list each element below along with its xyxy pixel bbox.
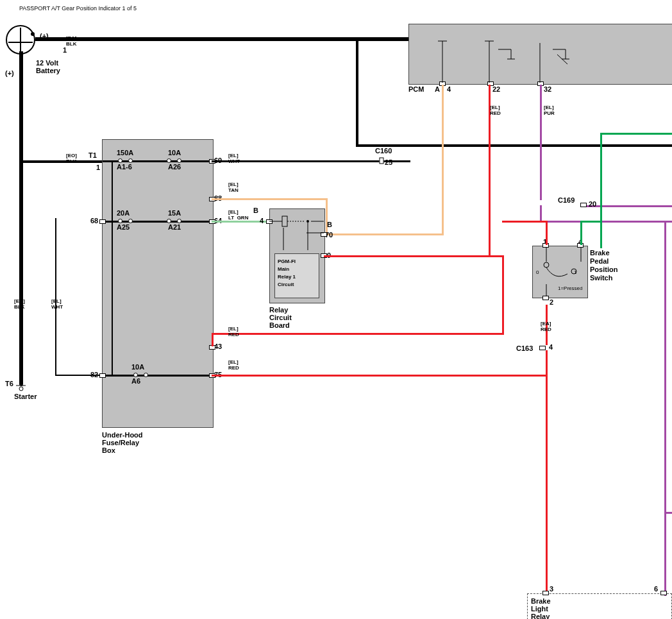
pin-20-c169: 20 — [589, 200, 596, 208]
fuse-a6: A6 — [131, 377, 140, 385]
starter-label: Starter — [14, 393, 37, 400]
wire-tan — [212, 198, 327, 200]
wire-ea-red: [EA] RED — [541, 321, 551, 332]
wire-blk-to-fusebox — [19, 160, 103, 163]
starter-terminal-icon — [16, 383, 26, 392]
fuse-150a: 150A — [117, 149, 133, 157]
pcm-pin-22: 22 — [492, 85, 500, 93]
wiring-diagram-canvas: PASSPORT A/T Gear Position Indicator 1 o… — [0, 0, 672, 619]
underhood-fusebox — [102, 139, 214, 428]
svg-point-3 — [31, 32, 35, 36]
svg-point-8 — [19, 387, 23, 391]
brake-relay-pin3: 3 — [550, 585, 553, 593]
brake-sw-pin2: 2 — [550, 298, 553, 306]
relay-internal-icon — [269, 208, 324, 253]
fuse-a16: A1-6 — [117, 163, 132, 171]
wire-el-wht-side: [EL] WHT — [51, 298, 63, 310]
fuse-10a-b: 10A — [131, 363, 144, 371]
brake-switch-label: Brake Pedal Position Switch — [590, 249, 617, 282]
wire-eo-blk-2: [EO] BLK — [66, 153, 77, 164]
pin-4-c163: 4 — [549, 343, 553, 351]
pcm-internals — [408, 24, 671, 83]
wire-grn-vert — [600, 133, 602, 248]
conn-c160: C160 — [375, 147, 392, 155]
relay-B-left: B — [253, 207, 258, 214]
brake-relay-pin6: 6 — [654, 585, 658, 593]
wire-el-pur: [EL] PUR — [544, 105, 555, 116]
pin-25: 25 — [385, 158, 392, 166]
battery-icon — [5, 24, 36, 55]
fuse-20a: 20A — [117, 209, 130, 217]
wire-blk-vert — [19, 51, 23, 385]
svg-point-20 — [571, 269, 576, 274]
fuse-a25: A25 — [117, 223, 130, 231]
fuse-10a: 10A — [168, 149, 181, 157]
svg-point-19 — [544, 262, 549, 267]
pcm-label: PCM — [408, 85, 424, 93]
wire-red-43 — [212, 333, 503, 335]
pcm-pin-A: A — [435, 85, 440, 93]
svg-point-13 — [307, 220, 309, 223]
terminal-T6: T6 — [5, 380, 13, 387]
conn-c163: C163 — [516, 344, 533, 352]
fuse-15a: 15A — [168, 209, 181, 217]
page-title: PASSPORT A/T Gear Position Indicator 1 o… — [19, 5, 137, 12]
relay-B-right: B — [327, 221, 332, 228]
wire-eo-blk: [EO] BLK — [14, 298, 25, 310]
battery-label: 12 Volt Battery — [36, 59, 60, 74]
wire-el-wht: [EL] WHT — [228, 153, 240, 164]
fuse-row-3 — [103, 375, 212, 377]
terminal-T1: T1 — [88, 151, 97, 159]
wire-red-down — [546, 375, 548, 594]
wire-el-red-1: [EL] RED — [228, 326, 239, 337]
conn-c169: C169 — [558, 196, 575, 204]
relay-inner-label: PGM-FI Main Relay 1 Circuit — [278, 258, 296, 289]
wire-red-75 — [212, 375, 548, 377]
wire-wht-thin — [55, 218, 56, 375]
brake-switch-icon — [532, 246, 587, 297]
svg-rect-11 — [282, 216, 287, 226]
battery-plus-side: (+) — [5, 69, 14, 77]
fuse-a26: A26 — [168, 163, 181, 171]
pin-68: 68 — [90, 217, 98, 225]
wire-el-tan: [EL] TAN — [228, 182, 239, 193]
pin-1-fb: 1 — [96, 164, 100, 171]
wire-el-ltgrn: [EL] LT GRN — [228, 209, 248, 221]
underhood-label: Under-Hood Fuse/Relay Box — [102, 431, 143, 454]
brake-relay-label: Brake Light Relay — [531, 597, 551, 619]
pcm-pin-32: 32 — [544, 85, 551, 93]
fuse-a21: A21 — [168, 223, 181, 231]
pin-1-top: 1 — [63, 46, 67, 54]
wire-pur-down — [664, 221, 666, 596]
wire-red-1 — [324, 255, 491, 257]
relay-pin-4: 4 — [260, 217, 264, 225]
wire-el-red-pcm: [EL] RED — [490, 105, 501, 116]
relay-board-label: Relay Circuit Board — [269, 306, 292, 329]
pcm-pin-4: 4 — [447, 85, 451, 93]
pin-82: 82 — [90, 371, 98, 378]
wire-el-red-2: [EL] RED — [228, 359, 239, 371]
wire-pur-vert — [540, 85, 542, 200]
